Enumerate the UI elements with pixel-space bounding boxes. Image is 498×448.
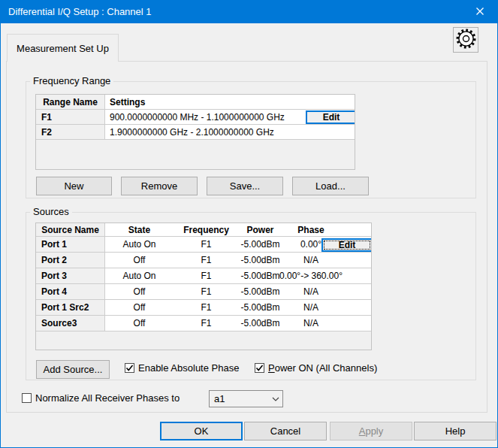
state-cell: Auto On: [105, 237, 174, 252]
table-row[interactable]: Source3 Off F1 -5.00dBm N/A: [36, 316, 371, 331]
source-name-cell: Port 1 Src2: [36, 300, 105, 315]
power-cell: -5.00dBm: [239, 316, 282, 331]
column-header: Source Name: [36, 223, 105, 236]
checkbox-label: Normalize All Receiver Phases to: [35, 392, 180, 404]
column-header: Settings: [105, 95, 355, 109]
remove-button[interactable]: Remove: [121, 177, 198, 195]
range-settings-cell: 1.9000000000 GHz - 2.1000000000 GHz: [105, 125, 355, 139]
state-cell: Auto On: [105, 268, 174, 283]
dropdown-value: a1: [210, 393, 269, 404]
sources-table: Source Name State Frequency Power Phase …: [35, 222, 372, 350]
phase-cell: 0.00°-> 360.00°: [282, 268, 340, 283]
range-name-cell: F2: [36, 125, 105, 139]
source-name-cell: Port 2: [36, 253, 105, 268]
frequency-edit-button[interactable]: Edit: [306, 110, 355, 124]
frequency-range-table: Range Name Settings F1 900.0000000000 MH…: [35, 94, 355, 170]
receiver-select-dropdown[interactable]: a1: [209, 390, 283, 407]
tab-measurement-setup[interactable]: Measurement Set Up: [7, 34, 119, 62]
frequency-cell: F1: [174, 316, 239, 331]
frequency-range-label: Frequency Range: [30, 75, 113, 86]
chevron-down-icon: [269, 397, 282, 401]
phase-cell: N/A: [282, 253, 340, 268]
table-row[interactable]: Port 4 Off F1 -5.00dBm N/A: [36, 284, 371, 300]
table-header-row: Source Name State Frequency Power Phase: [36, 223, 371, 237]
power-cell: -5.00dBm: [239, 237, 282, 252]
frequency-cell: F1: [174, 253, 239, 268]
checkbox-label: Enable Absolute Phase: [138, 362, 239, 374]
frequency-cell: F1: [174, 300, 239, 315]
new-button[interactable]: New: [36, 177, 112, 195]
add-source-button[interactable]: Add Source...: [36, 360, 110, 379]
checkbox-box: [22, 393, 32, 403]
power-cell: -5.00dBm: [239, 253, 282, 268]
power-cell: -5.00dBm: [239, 284, 282, 299]
table-row[interactable]: F2 1.9000000000 GHz - 2.1000000000 GHz: [36, 125, 355, 140]
source-name-cell: Port 1: [36, 237, 105, 252]
source-name-cell: Port 3: [36, 268, 105, 283]
column-header: Frequency: [174, 223, 239, 236]
titlebar: Differential I/Q Setup : Channel 1: [1, 1, 497, 23]
phase-cell: N/A: [282, 316, 340, 331]
state-cell: Off: [105, 284, 174, 299]
ok-button[interactable]: OK: [160, 422, 243, 440]
phase-cell: N/A: [282, 300, 340, 315]
column-header: Power: [239, 223, 282, 236]
help-button[interactable]: Help: [414, 422, 496, 440]
dialog-window: Differential I/Q Setup : Channel 1 Measu…: [0, 0, 498, 448]
column-header: Range Name: [36, 95, 105, 109]
frequency-cell: F1: [174, 268, 239, 283]
table-row[interactable]: Port 2 Off F1 -5.00dBm N/A: [36, 253, 371, 268]
gear-icon: [456, 29, 476, 52]
close-button[interactable]: [463, 1, 497, 23]
checkbox-label: Power ON (All Channels): [268, 362, 377, 374]
column-header: Phase: [282, 223, 340, 236]
save-button[interactable]: Save...: [207, 177, 283, 195]
table-header-row: Range Name Settings: [36, 95, 355, 110]
sources-group: Sources Source Name State Frequency Powe…: [26, 212, 476, 380]
column-header: State: [105, 223, 174, 236]
source-edit-button[interactable]: Edit: [321, 238, 372, 252]
phase-cell: N/A: [282, 284, 340, 299]
checkbox-box: [255, 363, 264, 373]
normalize-phases-checkbox[interactable]: Normalize All Receiver Phases to: [22, 392, 180, 404]
tab-label: Measurement Set Up: [17, 43, 109, 54]
cancel-button[interactable]: Cancel: [244, 422, 327, 440]
frequency-range-group: Frequency Range Range Name Settings F1 9…: [26, 81, 476, 198]
power-cell: -5.00dBm: [239, 268, 282, 283]
window-title: Differential I/Q Setup : Channel 1: [8, 1, 152, 23]
state-cell: Off: [105, 300, 174, 315]
power-on-checkbox[interactable]: Power ON (All Channels): [255, 362, 377, 374]
table-row[interactable]: Port 1 Src2 Off F1 -5.00dBm N/A: [36, 300, 371, 316]
frequency-cell: F1: [174, 237, 239, 252]
sources-label: Sources: [30, 206, 72, 217]
power-cell: -5.00dBm: [239, 300, 282, 315]
range-name-cell: F1: [36, 110, 105, 124]
source-name-cell: Source3: [36, 316, 105, 331]
apply-button: Apply: [330, 422, 412, 440]
state-cell: Off: [105, 316, 174, 331]
source-name-cell: Port 4: [36, 284, 105, 299]
enable-absolute-phase-checkbox[interactable]: Enable Absolute Phase: [125, 362, 239, 374]
state-cell: Off: [105, 253, 174, 268]
settings-button[interactable]: [453, 27, 478, 53]
checkbox-box: [125, 363, 134, 373]
frequency-cell: F1: [174, 284, 239, 299]
load-button[interactable]: Load...: [292, 177, 369, 195]
table-row[interactable]: Port 3 Auto On F1 -5.00dBm 0.00°-> 360.0…: [36, 268, 371, 284]
close-icon: [475, 5, 484, 19]
